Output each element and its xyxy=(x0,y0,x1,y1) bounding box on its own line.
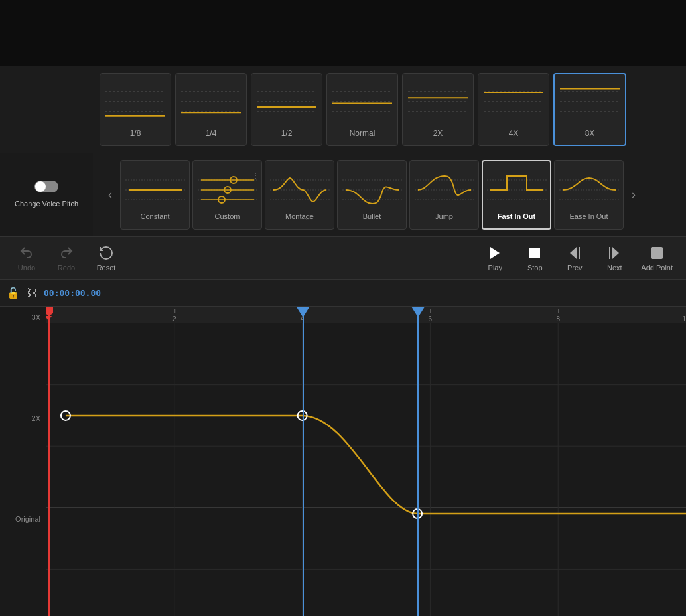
undo-button[interactable]: Undo xyxy=(13,245,40,271)
add-point-button[interactable]: Add Point xyxy=(641,245,673,271)
svg-point-39 xyxy=(218,196,225,203)
blue-marker-1[interactable] xyxy=(303,307,304,616)
redo-button[interactable]: Redo xyxy=(53,245,80,271)
control-point-1[interactable] xyxy=(61,411,70,420)
easing-prev-arrow[interactable]: ‹ xyxy=(103,185,117,204)
blue-marker-2[interactable] xyxy=(417,307,419,616)
timeline-ruler: 246810 xyxy=(46,307,686,323)
label-2x: 2X xyxy=(5,414,40,422)
ruler-mark-10: 10 xyxy=(682,315,686,323)
stop-button[interactable]: Stop xyxy=(521,245,548,271)
main-container: 1/81/41/2Normal2X4X8X Change Voice Pitch… xyxy=(0,0,686,616)
playhead xyxy=(48,307,50,616)
speed-card-18[interactable]: 1/8 xyxy=(100,73,171,146)
speed-card-8x[interactable]: 8X xyxy=(553,73,626,146)
easing-card-custom[interactable]: ⋮⋮Custom xyxy=(192,160,262,230)
playhead-arrow xyxy=(46,316,52,321)
toggle-knob xyxy=(35,181,46,192)
next-button[interactable]: Next xyxy=(601,245,628,271)
svg-marker-58 xyxy=(570,247,577,259)
speed-card-4x[interactable]: 4X xyxy=(478,73,549,146)
easing-next-arrow[interactable]: › xyxy=(626,185,641,204)
chain-icon[interactable]: ⛓ xyxy=(27,287,37,299)
easing-card-montage[interactable]: Montage xyxy=(265,160,334,230)
svg-marker-56 xyxy=(490,247,500,259)
ruler-mark-2: 2 xyxy=(172,315,176,323)
timeline-labels: 3X 2X Original 1/2 xyxy=(0,307,46,616)
top-black-area xyxy=(0,0,686,66)
timeline-header: 🔓 ⛓ 00:00:00.00 xyxy=(0,280,686,307)
svg-text:⋮⋮: ⋮⋮ xyxy=(252,172,257,179)
ruler-mark-6: 6 xyxy=(429,315,433,323)
label-3x: 3X xyxy=(5,313,40,321)
speed-card-12[interactable]: 1/2 xyxy=(251,73,322,146)
easing-card-jump[interactable]: Jump xyxy=(409,160,479,230)
speed-card-normal[interactable]: Normal xyxy=(326,73,398,146)
label-original: Original xyxy=(5,515,40,523)
svg-point-37 xyxy=(224,187,231,193)
ruler-marks: 246810 xyxy=(46,307,686,323)
easing-card-easeinout[interactable]: Ease In Out xyxy=(554,160,624,230)
svg-rect-57 xyxy=(529,248,540,258)
easing-card-constant[interactable]: Constant xyxy=(120,160,190,230)
prev-button[interactable]: Prev xyxy=(561,245,588,271)
change-voice-label: Change Voice Pitch xyxy=(15,199,78,208)
ruler-mark-8: 8 xyxy=(556,315,560,323)
easing-card-bullet[interactable]: Bullet xyxy=(337,160,407,230)
timeline-area: 3X 2X Original 1/2 246810 xyxy=(0,307,686,616)
svg-marker-60 xyxy=(612,247,619,259)
timeline-canvas-container: 246810 xyxy=(46,307,686,616)
toolbar: Undo Redo Reset Play xyxy=(0,237,686,280)
voice-pitch-toggle[interactable] xyxy=(34,181,58,193)
speed-card-2x[interactable]: 2X xyxy=(402,73,474,146)
speed-section: 1/81/41/2Normal2X4X8X xyxy=(0,66,686,153)
easing-card-fastinout[interactable]: Fast In Out xyxy=(482,160,551,230)
speed-card-14[interactable]: 1/4 xyxy=(175,73,247,146)
timecode: 00:00:00.00 xyxy=(44,288,101,298)
play-button[interactable]: Play xyxy=(482,245,508,271)
reset-button[interactable]: Reset xyxy=(93,245,119,271)
svg-point-35 xyxy=(230,177,237,183)
easing-section: Change Voice Pitch ‹ Constant⋮⋮CustomMon… xyxy=(0,153,686,237)
toggle-container xyxy=(34,181,58,193)
curve-svg xyxy=(46,323,686,616)
lock-icon[interactable]: 🔓 xyxy=(7,287,20,299)
sidebar-left: Change Voice Pitch xyxy=(0,153,93,236)
